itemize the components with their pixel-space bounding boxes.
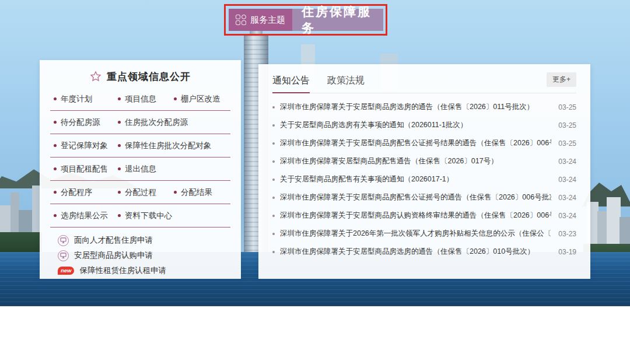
notice-link[interactable]: 关于安居型商品房配售有关事项的通知（2026017-1） [280,174,551,184]
link-project-rent-sale[interactable]: 项目配租配售 [54,164,118,174]
apply-talent-housing[interactable]: 面向人才配售住房申请 [50,233,230,248]
apply-affordable-purchase[interactable]: 安居型商品房认购申请 [50,248,230,263]
link-registered-targets[interactable]: 登记保障对象 [54,141,118,151]
link-row: 待分配房源 住房批次分配房源 [50,111,230,134]
list-item: 深圳市住房保障署安居型商品房配售通告（住保售〔2026〕017号）03-24 [272,152,576,170]
page-title: 住房保障服务 [302,4,383,36]
link-annual-plan[interactable]: 年度计划 [54,94,118,104]
list-item: 深圳市住房保障署关于安居型商品房选房的通告（住保售〔2026〕011号批次）03… [272,98,576,116]
list-item: 深圳市住房保障署关于安居型商品房配售公证摇号结果的通告（住保售〔2026〕006… [272,134,576,152]
notice-link[interactable]: 深圳市住房保障署关于安居型商品房配售公证摇号结果的通告（住保售〔2026〕006… [280,138,551,148]
notice-link[interactable]: 深圳市住房保障署关于2026年第一批次领军人才购房补贴相关信息的公示（住保公〔2… [280,229,551,239]
star-icon [90,71,102,82]
link-exit-info[interactable]: 退出信息 [118,164,156,174]
grid-icon [236,15,246,25]
notices-tabbar: 通知公告 政策法规 更多+ [272,71,576,93]
tab-notices[interactable]: 通知公告 [272,75,310,93]
monitor-icon [58,235,69,246]
link-batch-housing[interactable]: 住房批次分配房源 [118,117,188,128]
link-pending-housing[interactable]: 待分配房源 [54,117,118,128]
link-batch-targets[interactable]: 保障性住房批次分配对象 [118,141,212,151]
list-item: 关于安居型商品房选房有关事项的通知（2026011-1批次）03-25 [272,116,576,134]
service-theme-label: 服务主题 [250,15,285,26]
link-row: 分配程序 分配过程 分配结果 [50,181,230,204]
key-info-panel: 重点领域信息公开 年度计划 项目信息 棚户区改造 待分配房源 住房批次分配房源 … [40,60,241,279]
list-item: 深圳市住房保障署关于2026年第一批次领军人才购房补贴相关信息的公示（住保公〔2… [272,225,576,243]
link-download-center[interactable]: 资料下载中心 [118,211,172,221]
list-item: 深圳市住房保障署关于安居型商品房选房的通告（住保售〔2026〕010号批次）03… [272,243,576,261]
notice-link[interactable]: 深圳市住房保障署关于安居型商品房选房的通告（住保售〔2026〕011号批次） [280,102,551,112]
personal-service-section: 住房保障个人服务窗口 点这里登录 服务电话：0755-88631666 公共租赁… [0,306,630,364]
link-row: 项目配租配售 退出信息 [50,158,230,181]
key-info-title-row: 重点领域信息公开 [50,67,230,86]
apply-rental-housing[interactable]: new 保障性租赁住房认租申请 [50,263,230,278]
link-project-info[interactable]: 项目信息 [118,94,174,104]
service-theme-button[interactable]: 服务主题 [229,9,292,31]
link-selection-publicity[interactable]: 选房结果公示 [54,211,118,221]
page: 服务主题 住房保障服务 重点领域信息公开 年度计划 项目信息 棚户区改造 待分配… [0,0,630,364]
notice-link[interactable]: 深圳市住房保障署关于安居型商品房选房的通告（住保售〔2026〕010号批次） [280,247,551,257]
notice-link[interactable]: 深圳市住房保障署安居型商品房配售通告（住保售〔2026〕017号） [280,156,551,166]
link-alloc-process[interactable]: 分配过程 [118,187,174,198]
link-shantytown[interactable]: 棚户区改造 [174,94,220,104]
key-info-title: 重点领域信息公开 [107,70,191,83]
more-button[interactable]: 更多+ [547,72,576,87]
link-row: 年度计划 项目信息 棚户区改造 [50,88,230,111]
link-row: 选房结果公示 资料下载中心 [50,204,230,228]
list-item: 关于安居型商品房配售有关事项的通知（2026017-1）03-24 [272,170,576,188]
link-row: 登记保障对象 保障性住房批次分配对象 [50,134,230,158]
new-badge: new [58,267,74,275]
link-alloc-result[interactable]: 分配结果 [174,187,212,198]
notices-panel: 通知公告 政策法规 更多+ 深圳市住房保障署关于安居型商品房选房的通告（住保售〔… [258,64,590,279]
notice-link[interactable]: 关于安居型商品房选房有关事项的通知（2026011-1批次） [280,120,551,130]
annotation-box-header: 服务主题 住房保障服务 [224,4,387,36]
apply-links: 面向人才配售住房申请 安居型商品房认购申请 new 保障性租赁住房认租申请 [50,233,230,278]
notice-link[interactable]: 深圳市住房保障署关于安居型商品房认购资格终审结果的通告（住保售〔2026〕006… [280,211,551,220]
link-alloc-procedure[interactable]: 分配程序 [54,187,118,198]
monitor-icon [58,250,69,261]
list-item: 深圳市住房保障署关于安居型商品房认购资格终审结果的通告（住保售〔2026〕006… [272,206,576,225]
tab-policies[interactable]: 政策法规 [327,75,365,93]
notices-list: 深圳市住房保障署关于安居型商品房选房的通告（住保售〔2026〕011号批次）03… [272,98,576,261]
list-item: 深圳市住房保障署关于安居型商品房配售公证摇号的通告（住保售〔2026〕006号批… [272,188,576,206]
notice-link[interactable]: 深圳市住房保障署关于安居型商品房配售公证摇号的通告（住保售〔2026〕006号批… [280,192,551,202]
service-theme-bar: 服务主题 住房保障服务 [229,9,383,31]
